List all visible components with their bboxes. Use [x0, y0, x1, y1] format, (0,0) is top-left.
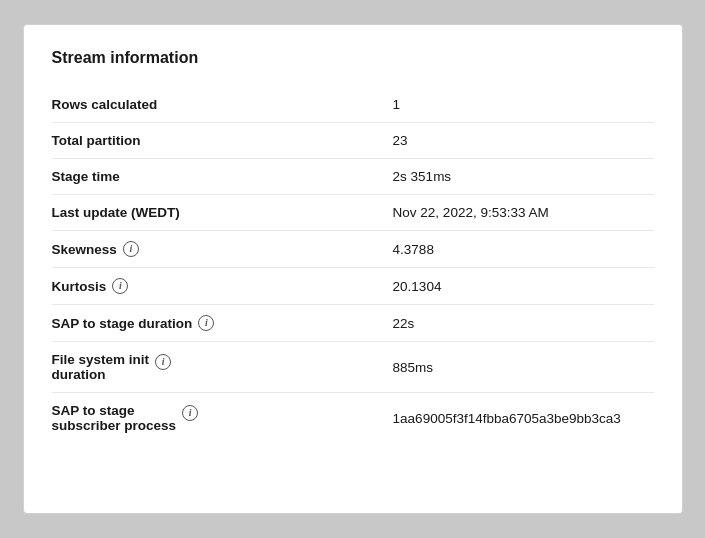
label-cell-sap-to-stage-subscriber: SAP to stagesubscriber processi	[52, 393, 383, 444]
table-row: Stage time2s 351ms	[52, 159, 654, 195]
label-text-skewness: Skewness	[52, 242, 117, 257]
table-row: SAP to stagesubscriber processi1aa69005f…	[52, 393, 654, 444]
card-title: Stream information	[52, 49, 654, 67]
label-cell-file-system-init: File system initdurationi	[52, 342, 383, 393]
label-text2-file-system-init: duration	[52, 367, 150, 382]
label-cell-total-partition: Total partition	[52, 123, 383, 159]
label-text-sap-to-stage-subscriber: SAP to stage	[52, 403, 177, 418]
label-text-rows-calculated: Rows calculated	[52, 97, 158, 112]
value-cell-skewness: 4.3788	[383, 231, 654, 268]
value-cell-last-update: Nov 22, 2022, 9:53:33 AM	[383, 195, 654, 231]
info-icon[interactable]: i	[198, 315, 214, 331]
info-icon[interactable]: i	[112, 278, 128, 294]
label-cell-rows-calculated: Rows calculated	[52, 87, 383, 123]
value-cell-sap-to-stage-duration: 22s	[383, 305, 654, 342]
table-row: SAP to stage durationi22s	[52, 305, 654, 342]
label-cell-stage-time: Stage time	[52, 159, 383, 195]
label-cell-sap-to-stage-duration: SAP to stage durationi	[52, 305, 383, 342]
value-cell-sap-to-stage-subscriber: 1aa69005f3f14fbba6705a3be9bb3ca3	[383, 393, 654, 444]
table-row: Total partition23	[52, 123, 654, 159]
label-cell-last-update: Last update (WEDT)	[52, 195, 383, 231]
table-row: Kurtosisi20.1304	[52, 268, 654, 305]
table-row: Rows calculated1	[52, 87, 654, 123]
value-cell-stage-time: 2s 351ms	[383, 159, 654, 195]
info-icon[interactable]: i	[123, 241, 139, 257]
label-text-file-system-init: File system init	[52, 352, 150, 367]
table-row: Last update (WEDT)Nov 22, 2022, 9:53:33 …	[52, 195, 654, 231]
value-cell-kurtosis: 20.1304	[383, 268, 654, 305]
label-text-kurtosis: Kurtosis	[52, 279, 107, 294]
info-table: Rows calculated1Total partition23Stage t…	[52, 87, 654, 443]
label-text2-sap-to-stage-subscriber: subscriber process	[52, 418, 177, 433]
label-cell-kurtosis: Kurtosisi	[52, 268, 383, 305]
label-text-stage-time: Stage time	[52, 169, 120, 184]
value-cell-file-system-init: 885ms	[383, 342, 654, 393]
info-icon[interactable]: i	[182, 405, 198, 421]
label-text-total-partition: Total partition	[52, 133, 141, 148]
table-row: File system initdurationi885ms	[52, 342, 654, 393]
label-cell-skewness: Skewnessi	[52, 231, 383, 268]
value-cell-rows-calculated: 1	[383, 87, 654, 123]
info-icon[interactable]: i	[155, 354, 171, 370]
label-text-sap-to-stage-duration: SAP to stage duration	[52, 316, 193, 331]
label-text-last-update: Last update (WEDT)	[52, 205, 180, 220]
stream-information-card: Stream information Rows calculated1Total…	[23, 24, 683, 514]
table-row: Skewnessi4.3788	[52, 231, 654, 268]
value-cell-total-partition: 23	[383, 123, 654, 159]
